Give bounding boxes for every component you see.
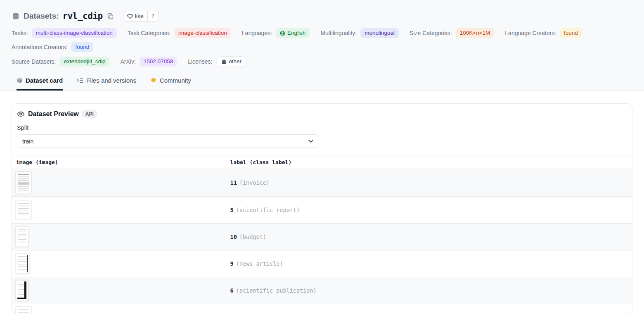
tag-label: ArXiv: (120, 58, 135, 65)
files-icon (77, 78, 83, 83)
tab-files-and-versions[interactable]: Files and versions (77, 77, 136, 91)
tag-pill-label: other (229, 58, 242, 65)
tag-group-task-categories: Task Categories: image-classification (128, 28, 231, 38)
page-header-area: Datasets: rvl_cdip like 7 Tasks: multi-c… (0, 0, 644, 91)
tag-label: Tasks: (12, 30, 28, 36)
label-name: (budget) (239, 234, 266, 240)
tag-group-annotations-creators: Annotations Creators: found (12, 42, 93, 52)
tag-pill-languages[interactable]: English (276, 28, 310, 38)
tab-community[interactable]: Community (150, 77, 191, 91)
tag-group-source-datasets: Source Datasets: extended|iit_cdip (12, 57, 109, 67)
tag-pill-source-datasets[interactable]: extended|iit_cdip (59, 57, 109, 67)
table-row[interactable]: 10(budget) (12, 224, 632, 250)
tag-group-arxiv: ArXiv: 1502.07058 (120, 57, 177, 67)
label-name: (scientific report) (236, 207, 300, 213)
main-content: Dataset Preview API Split train image (i… (0, 91, 644, 317)
tag-row-2: Source Datasets: extended|iit_cdip ArXiv… (12, 56, 632, 67)
database-icon (12, 12, 20, 20)
tab-bar: Dataset card Files and versions Communit… (12, 77, 632, 91)
tag-pill-size-categories[interactable]: 100K<n<1M (456, 28, 495, 38)
api-badge[interactable]: API (82, 110, 97, 118)
dataset-name: rvl_cdip (63, 11, 103, 21)
label-id: 9 (230, 260, 234, 267)
tag-group-licenses: Licenses: other (188, 56, 247, 67)
split-select[interactable]: train (17, 134, 319, 148)
table-row[interactable]: 6(scientific publication) (12, 277, 632, 304)
tag-row-1: Tasks: multi-class-image-classification … (12, 28, 632, 52)
tab-label: Files and versions (86, 77, 136, 84)
chevron-down-icon (308, 139, 314, 143)
tag-pill-arxiv[interactable]: 1502.07058 (140, 57, 177, 67)
tag-label: Source Datasets: (12, 58, 56, 65)
tag-pill-label: English (287, 29, 305, 37)
tag-pill-annotations-creators[interactable]: found (71, 42, 93, 52)
tag-group-language-creators: Language Creators: found (505, 28, 582, 38)
column-header-image: image (image) (12, 155, 226, 169)
document-thumbnail (16, 172, 31, 194)
tab-label: Dataset card (26, 77, 63, 84)
label-id: 10 (230, 234, 237, 240)
like-label: like (135, 13, 144, 19)
table-row[interactable]: 11(invoice) (12, 169, 632, 197)
eye-icon (17, 111, 25, 117)
tag-pill-language-creators[interactable]: found (560, 28, 582, 38)
tag-pill-tasks[interactable]: multi-class-image-classification (32, 28, 117, 38)
label-id: 6 (230, 287, 234, 294)
tag-pill-task-categories[interactable]: image-classification (174, 28, 231, 38)
table-row[interactable]: 5(scientific report) (12, 197, 632, 224)
bank-icon (221, 59, 227, 64)
column-header-label: label (class label) (226, 155, 632, 169)
preview-header: Dataset Preview API Split train (12, 104, 632, 148)
tag-label: Languages: (242, 30, 272, 36)
tag-group-multilinguality: Multilinguality: monolingual (320, 28, 399, 38)
tab-label: Community (160, 77, 191, 84)
split-selected-value: train (22, 138, 33, 145)
tag-label: Task Categories: (128, 30, 170, 36)
table-row[interactable] (12, 304, 632, 315)
tag-label: Multilinguality: (320, 30, 357, 36)
tab-dataset-card[interactable]: Dataset card (17, 77, 63, 91)
label-name: (scientific publication) (236, 287, 317, 294)
community-icon (150, 77, 157, 84)
preview-title: Dataset Preview (28, 110, 79, 118)
dataset-header: Datasets: rvl_cdip like 7 (12, 11, 632, 21)
tag-label: Size Categories: (410, 30, 452, 36)
label-id: 5 (230, 207, 234, 213)
datasets-section-label: Datasets: (24, 12, 59, 21)
split-label: Split (17, 124, 627, 131)
document-thumbnail (16, 201, 31, 219)
tag-label: Annotations Creators: (12, 44, 67, 50)
label-name: (news article) (236, 260, 283, 267)
like-button[interactable]: like 7 (123, 11, 159, 21)
document-thumbnail (16, 254, 30, 274)
dataset-preview-panel: Dataset Preview API Split train image (i… (12, 103, 632, 314)
label-id: 11 (230, 179, 237, 186)
table-row[interactable]: 9(news article) (12, 250, 632, 277)
preview-table: image (image) label (class label) 11(inv… (12, 155, 632, 314)
tag-label: Language Creators: (505, 30, 556, 36)
globe-icon (280, 31, 285, 36)
tag-group-size-categories: Size Categories: 100K<n<1M (410, 28, 494, 38)
document-thumbnail (16, 227, 28, 247)
tag-label: Licenses: (188, 58, 212, 65)
tag-pill-multilinguality[interactable]: monolingual (360, 28, 399, 38)
tag-pill-licenses[interactable]: other (216, 56, 247, 67)
document-thumbnail (16, 280, 28, 301)
tag-group-tasks: Tasks: multi-class-image-classification (12, 28, 117, 38)
table-header-row: image (image) label (class label) (12, 155, 632, 169)
label-name: (invoice) (239, 179, 270, 186)
tag-group-languages: Languages: English (242, 28, 310, 38)
copy-icon[interactable] (107, 13, 114, 19)
document-thumbnail (16, 307, 31, 314)
cube-icon (17, 77, 23, 83)
heart-icon (127, 14, 133, 19)
like-count[interactable]: 7 (148, 13, 159, 19)
